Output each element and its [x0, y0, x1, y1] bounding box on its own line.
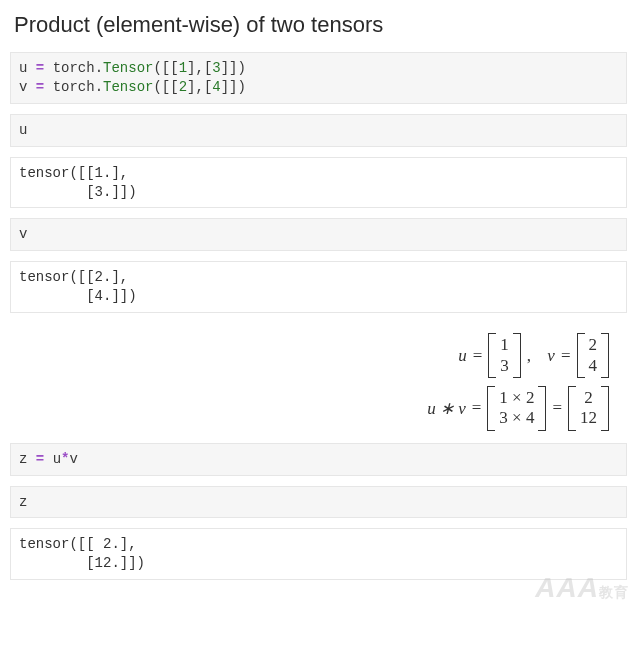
output-z: tensor([[ 2.], [12.]]): [10, 528, 627, 580]
matrix-cell: 12: [578, 408, 599, 428]
code-cell-z-assign: z = u*v: [10, 443, 627, 476]
assign-op: =: [36, 60, 44, 76]
math-lhs: u ∗ v: [427, 398, 466, 419]
assign-op: =: [36, 451, 44, 467]
matrix-cell: 2: [578, 388, 599, 408]
num: 3: [212, 60, 220, 76]
math-comma: ,: [527, 346, 531, 366]
args-close: ]]): [221, 79, 246, 95]
matrix-result: 212: [568, 386, 609, 431]
code-cell-show-u: u: [10, 114, 627, 147]
args-close: ]]): [221, 60, 246, 76]
assign-op: =: [36, 79, 44, 95]
matrix-cell: 3 × 4: [497, 408, 536, 428]
matrix-cell: 1 × 2: [497, 388, 536, 408]
code-cell-define-uv: u = torch.Tensor([[1],[3]]) v = torch.Te…: [10, 52, 627, 104]
code-cell-show-v: v: [10, 218, 627, 251]
num: 1: [179, 60, 187, 76]
math-v: v: [547, 346, 555, 366]
var-z: z: [19, 451, 27, 467]
math-eq-uv-def: u = 13 , v = 24: [458, 333, 609, 378]
num: 2: [179, 79, 187, 95]
module-torch: torch: [53, 60, 95, 76]
expr-v: v: [19, 226, 27, 242]
matrix-cell: 3: [498, 356, 511, 376]
args-open: ([[: [153, 79, 178, 95]
matrix-cell: 2: [587, 335, 600, 355]
module-torch: torch: [53, 79, 95, 95]
num: 4: [212, 79, 220, 95]
math-eq-product: u ∗ v = 1 × 23 × 4 = 212: [427, 386, 609, 431]
matrix-cell: 4: [587, 356, 600, 376]
dot: .: [95, 79, 103, 95]
watermark-text-small: 教育: [599, 584, 629, 600]
matrix-u: 13: [488, 333, 521, 378]
args-mid: ],[: [187, 60, 212, 76]
math-equals: =: [473, 346, 483, 366]
expr-u: u: [19, 122, 27, 138]
var-u: u: [19, 60, 27, 76]
args-mid: ],[: [187, 79, 212, 95]
call-tensor: Tensor: [103, 60, 153, 76]
matrix-v: 24: [577, 333, 610, 378]
expr-v: v: [69, 451, 77, 467]
math-equals: =: [561, 346, 571, 366]
math-block: u = 13 , v = 24 u ∗ v = 1 × 23 × 4: [10, 323, 627, 443]
page-title: Product (element-wise) of two tensors: [14, 12, 627, 38]
math-u: u: [458, 346, 467, 366]
expr-z: z: [19, 494, 27, 510]
output-v: tensor([[2.], [4.]]): [10, 261, 627, 313]
math-equals: =: [552, 398, 562, 418]
matrix-cell: 1: [498, 335, 511, 355]
args-open: ([[: [153, 60, 178, 76]
code-cell-show-z: z: [10, 486, 627, 519]
expr-u: u: [53, 451, 61, 467]
call-tensor: Tensor: [103, 79, 153, 95]
output-u: tensor([[1.], [3.]]): [10, 157, 627, 209]
dot: .: [95, 60, 103, 76]
math-equals: =: [472, 398, 482, 418]
var-v: v: [19, 79, 27, 95]
matrix-product: 1 × 23 × 4: [487, 386, 546, 431]
